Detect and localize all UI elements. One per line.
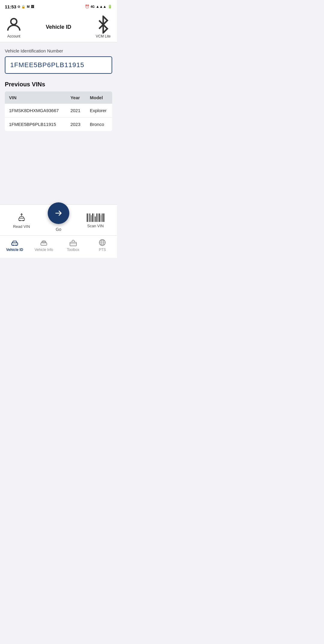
year-cell: 2023 [66, 118, 86, 131]
tab-bar: Vehicle ID Vehicle Info Toolbox PTS [0, 235, 117, 258]
toolbox-icon [69, 239, 77, 246]
svg-point-5 [21, 215, 22, 216]
previous-vins-title: Previous VINs [5, 81, 112, 88]
tab-pts-label: PTS [99, 248, 106, 252]
navbar: Account Vehicle ID VCM Lite [0, 13, 117, 42]
status-left: 11:53 ⊙ 🔒 M 🖼 [5, 4, 34, 9]
image-icon: 🖼 [31, 5, 34, 8]
model-cell: Explorer [86, 104, 112, 118]
bluetooth-icon [94, 16, 112, 34]
tab-pts[interactable]: PTS [90, 239, 114, 252]
svg-point-0 [11, 19, 17, 25]
battery-icon: 🔋 [108, 4, 112, 9]
pts-icon [98, 239, 106, 246]
vin-cell: 1FMEE5BP6PLB11915 [5, 118, 66, 131]
tab-vehicle-id-label: Vehicle ID [6, 248, 23, 252]
vins-table: VIN Year Model 1FMSK8DHXMGA93667 2021 Ex… [5, 91, 112, 131]
tab-vehicle-id[interactable]: Vehicle ID [3, 239, 27, 252]
vcm-lite-button[interactable]: VCM Lite [94, 16, 112, 38]
svg-rect-7 [12, 243, 18, 245]
navbar-title: Vehicle ID [23, 24, 94, 30]
status-time: 11:53 [5, 4, 16, 9]
go-button[interactable] [48, 202, 69, 224]
vcm-lite-label: VCM Lite [96, 34, 110, 38]
mail-icon: M [27, 5, 29, 8]
go-label: Go [56, 227, 62, 232]
svg-point-3 [22, 220, 24, 221]
vin-input[interactable] [10, 61, 107, 69]
scan-vin-button[interactable]: Scan VIN [83, 213, 107, 228]
go-wrapper: Go [48, 210, 69, 232]
account-button[interactable]: Account [5, 16, 23, 38]
vehicle-id-icon [11, 239, 19, 246]
lock-icon: 🔒 [21, 5, 26, 9]
status-bar: 11:53 ⊙ 🔒 M 🖼 ⏰ 4G ▲▲▲ 🔋 [0, 0, 117, 13]
table-header-row: VIN Year Model [5, 91, 112, 104]
read-vin-label: Read VIN [13, 224, 30, 229]
status-right: ⏰ 4G ▲▲▲ 🔋 [85, 4, 112, 9]
alarm-icon: ⏰ [85, 4, 89, 9]
scan-vin-label: Scan VIN [87, 224, 104, 228]
read-vin-button[interactable]: Read VIN [10, 213, 34, 229]
tab-vehicle-info-label: Vehicle Info [34, 248, 53, 252]
tab-vehicle-info[interactable]: Vehicle Info [32, 239, 56, 252]
svg-point-8 [13, 245, 14, 246]
col-vin: VIN [5, 91, 66, 104]
account-label: Account [7, 34, 20, 38]
model-cell: Bronco [86, 118, 112, 131]
tab-toolbox-label: Toolbox [67, 248, 79, 252]
read-vin-icon [17, 213, 26, 222]
vin-cell: 1FMSK8DHXMGA93667 [5, 104, 66, 118]
action-bar: Read VIN Go Scan VIN [0, 204, 117, 235]
circle-icon: ⊙ [17, 5, 20, 9]
4g-icon: 4G [91, 5, 94, 8]
table-row[interactable]: 1FMEE5BP6PLB11915 2023 Bronco [5, 118, 112, 131]
col-year: Year [66, 91, 86, 104]
col-model: Model [86, 91, 112, 104]
svg-rect-14 [70, 242, 76, 246]
main-content: Vehicle Identification Number Previous V… [0, 42, 117, 204]
svg-point-13 [44, 241, 44, 241]
vin-label: Vehicle Identification Number [5, 48, 112, 53]
tab-toolbox[interactable]: Toolbox [61, 239, 85, 252]
svg-point-6 [21, 216, 22, 216]
go-arrow-icon [53, 208, 64, 219]
vehicle-info-icon [40, 239, 48, 246]
barcode-icon [87, 213, 105, 222]
vin-input-wrapper[interactable] [5, 56, 112, 74]
table-row[interactable]: 1FMSK8DHXMGA93667 2021 Explorer [5, 104, 112, 118]
svg-point-2 [19, 220, 20, 221]
svg-point-9 [16, 245, 17, 246]
year-cell: 2021 [66, 104, 86, 118]
signal-icon: ▲▲▲ [96, 4, 106, 9]
person-icon [5, 16, 23, 34]
